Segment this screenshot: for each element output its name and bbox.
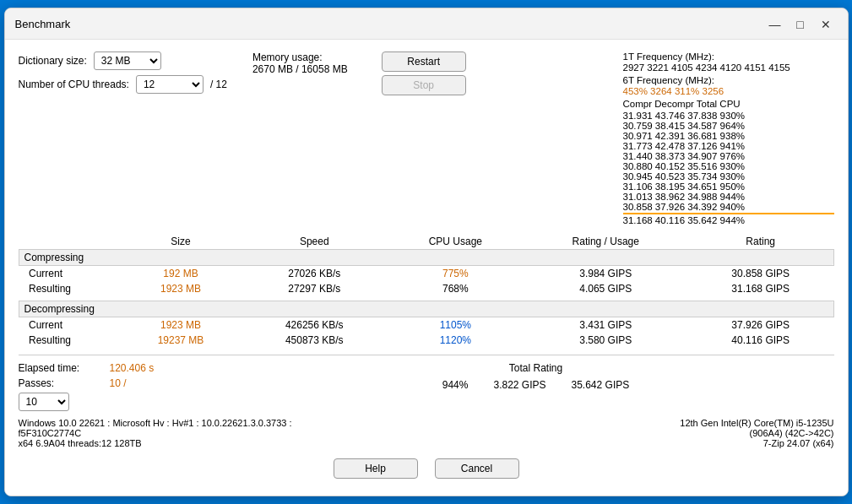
title-bar: Benchmark — □ ✕ — [5, 8, 848, 40]
benchmark-window: Benchmark — □ ✕ Dictionary size: 32 MB N… — [4, 8, 849, 497]
bottom-area: Elapsed time: 120.406 s Passes: 10 / 10 … — [19, 355, 834, 411]
sys-info-right: 12th Gen Intel(R) Core(TM) i5-1235U (906… — [426, 418, 834, 448]
compress-current-cpu: 775% — [388, 265, 524, 281]
arch-info: x64 6.9A04 threads:12 128TB — [19, 438, 426, 448]
hash-info: f5F310C2774C — [19, 428, 426, 438]
window-title: Benchmark — [15, 18, 71, 30]
right-final-row: 31.168 40.116 35.642 944% — [623, 215, 834, 225]
sys-info-left: Windows 10.0 22621 : Microsoft Hv : Hv#1… — [19, 418, 426, 448]
minimize-button[interactable]: — — [763, 15, 787, 34]
compress-header: Compressing — [19, 249, 833, 265]
dict-select[interactable]: 32 MB — [94, 51, 161, 70]
passes-value: 10 / — [110, 377, 127, 389]
compress-label: Compressing — [24, 252, 84, 263]
right-row-6: 30.880 40.152 35.516 930% — [623, 161, 834, 171]
footer-buttons: Help Cancel — [19, 458, 834, 487]
compress-resulting-cpu: 768% — [388, 281, 524, 296]
compress-resulting-label: Resulting — [29, 283, 71, 295]
total-rating-row: 944% 3.822 GIPS 35.642 GIPS — [238, 379, 834, 391]
right-table-header: Compr Decompr Total CPU — [623, 99, 834, 109]
help-button[interactable]: Help — [334, 458, 418, 479]
cpu-model: 12th Gen Intel(R) Core(TM) i5-1235U — [426, 418, 834, 428]
decompress-resulting-size: 19237 MB — [120, 333, 241, 348]
decompress-label: Decompressing — [24, 303, 95, 315]
cancel-button[interactable]: Cancel — [435, 458, 519, 479]
elapsed-row: Elapsed time: 120.406 s — [19, 362, 238, 374]
col-rating: Rating — [687, 234, 833, 250]
restart-button[interactable]: Restart — [382, 51, 466, 72]
total-gips: 3.822 GIPS — [493, 379, 545, 391]
cpu-suffix: / 12 — [210, 79, 227, 90]
os-info: Windows 10.0 22621 : Microsoft Hv : Hv#1… — [19, 418, 426, 428]
right-row-7: 30.945 40.523 35.734 930% — [623, 171, 834, 182]
decompress-current-label: Current — [29, 319, 62, 331]
dict-row: Dictionary size: 32 MB — [19, 51, 227, 70]
col-speed: Speed — [241, 234, 388, 250]
decompress-resulting-row: Resulting 19237 MB 450873 KB/s 1120% 3.5… — [19, 333, 833, 348]
right-row-5: 31.440 38.373 34.907 976% — [623, 151, 834, 161]
dict-label: Dictionary size: — [19, 55, 87, 67]
total-rating-label: Total Rating — [238, 362, 834, 374]
col-size: Size — [120, 234, 241, 250]
memory-label: Memory usage: — [252, 51, 348, 63]
cpu-label: Number of CPU threads: — [19, 79, 129, 90]
decompress-current-speed: 426256 KB/s — [241, 317, 388, 333]
passes-label: Passes: — [19, 377, 103, 389]
passes-select[interactable]: 10 — [19, 393, 69, 411]
decompress-current-rating: 37.926 GIPS — [687, 317, 833, 333]
freq1-values: 2927 3221 4105 4234 4120 4151 4155 — [623, 62, 834, 73]
stats-left: Elapsed time: 120.406 s Passes: 10 / 10 — [19, 362, 238, 411]
compress-current-speed: 27026 KB/s — [241, 265, 388, 281]
compress-resulting-speed: 27297 KB/s — [241, 281, 388, 296]
decompress-resulting-rating: 40.116 GIPS — [687, 333, 833, 348]
cpu-model2: (906A4) (42C->42C) — [426, 428, 834, 438]
compress-current-label: Current — [29, 268, 62, 279]
right-panel: 1T Frequency (MHz): 2927 3221 4105 4234 … — [623, 51, 834, 225]
cpu-select[interactable]: 12 — [136, 75, 204, 94]
form-group: Dictionary size: 32 MB Number of CPU thr… — [19, 51, 227, 94]
right-row-8: 31.106 38.195 34.651 950% — [623, 182, 834, 192]
action-buttons: Restart Stop — [382, 51, 466, 95]
right-row-4: 31.773 42.478 37.126 941% — [623, 141, 834, 151]
decompress-resulting-rating-usage: 3.580 GIPS — [524, 333, 687, 348]
right-table-rows: 31.931 43.746 37.838 930% 30.759 38.415 … — [623, 111, 834, 212]
right-row-3: 30.971 42.391 36.681 938% — [623, 131, 834, 141]
col-cpu: CPU Usage — [388, 234, 524, 250]
decompress-resulting-label: Resulting — [29, 334, 71, 346]
passes-select-row: 10 — [19, 393, 238, 411]
compress-current-rating: 30.858 GIPS — [687, 265, 833, 281]
decompress-resulting-speed: 450873 KB/s — [241, 333, 388, 348]
passes-row: Passes: 10 / — [19, 377, 238, 389]
main-content: Dictionary size: 32 MB Number of CPU thr… — [5, 40, 848, 496]
decompress-current-size: 1923 MB — [120, 317, 241, 333]
compress-resulting-rating: 31.168 GIPS — [687, 281, 833, 296]
window-controls: — □ ✕ — [763, 15, 838, 34]
decompress-header: Decompressing — [19, 301, 833, 317]
freq1-label: 1T Frequency (MHz): — [623, 51, 834, 62]
freq2-label: 6T Frequency (MHz): — [623, 75, 834, 85]
compress-resulting-row: Resulting 1923 MB 27297 KB/s 768% 4.065 … — [19, 281, 833, 296]
maximize-button[interactable]: □ — [789, 15, 812, 34]
total-rating-area: Total Rating 944% 3.822 GIPS 35.642 GIPS — [238, 362, 834, 391]
compress-resulting-rating-usage: 4.065 GIPS — [524, 281, 687, 296]
right-row-9: 31.013 38.962 34.988 944% — [623, 192, 834, 202]
sys-info-area: Windows 10.0 22621 : Microsoft Hv : Hv#1… — [19, 418, 834, 448]
compress-resulting-size: 1923 MB — [120, 281, 241, 296]
total-cpu: 944% — [442, 379, 469, 391]
compress-current-row: Current 192 MB 27026 KB/s 775% 3.984 GIP… — [19, 265, 833, 281]
benchmark-table: Size Speed CPU Usage Rating / Usage Rati… — [19, 234, 834, 349]
memory-value: 2670 MB / 16058 MB — [252, 63, 348, 75]
right-row-10: 30.858 37.926 34.392 940% — [623, 202, 834, 212]
col-rating-usage: Rating / Usage — [524, 234, 687, 250]
stop-button[interactable]: Stop — [382, 75, 466, 95]
close-button[interactable]: ✕ — [814, 15, 838, 34]
zip-version: 7-Zip 24.07 (x64) — [426, 438, 834, 448]
right-row-2: 30.759 38.415 34.587 964% — [623, 121, 834, 131]
decompress-current-rating-usage: 3.431 GIPS — [524, 317, 687, 333]
freq2-values: 453% 3264 311% 3256 — [623, 86, 834, 96]
elapsed-value: 120.406 s — [110, 362, 155, 374]
decompress-current-row: Current 1923 MB 426256 KB/s 1105% 3.431 … — [19, 317, 833, 333]
compress-current-rating-usage: 3.984 GIPS — [524, 265, 687, 281]
decompress-current-cpu: 1105% — [388, 317, 524, 333]
compress-current-size: 192 MB — [120, 265, 241, 281]
